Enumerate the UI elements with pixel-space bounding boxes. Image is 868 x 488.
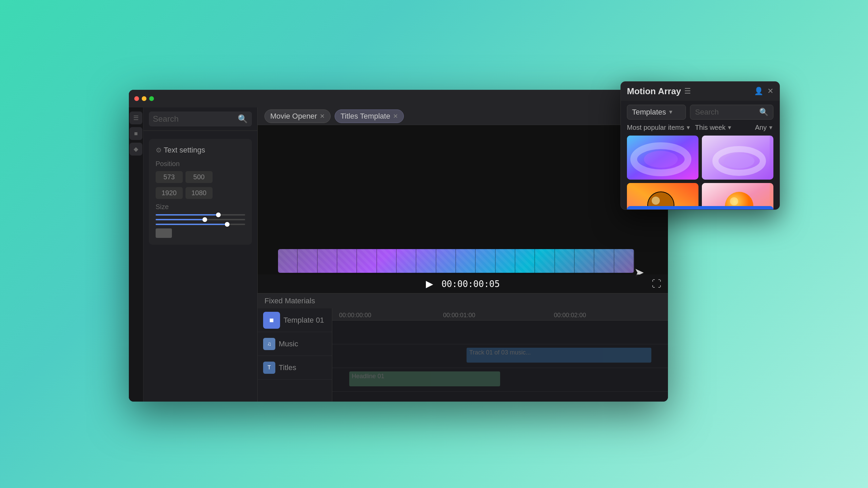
track-item-music[interactable]: ♫ Music (258, 332, 332, 356)
film-cell (436, 249, 456, 273)
film-cell (575, 249, 594, 273)
color-preview[interactable] (156, 228, 172, 238)
time-filter[interactable]: This week ▼ (695, 124, 732, 131)
film-cell (377, 249, 397, 273)
thumbnail-2[interactable] (702, 136, 773, 180)
tab-movie-opener-close[interactable]: ✕ (320, 113, 325, 120)
left-sidebar: Search 🔍 ⚙ Text settings Position 573 (143, 107, 258, 402)
thumbnail-1[interactable] (627, 136, 698, 180)
timeline-tracks-list: ■ Template 01 ♫ Music T Titles (258, 308, 332, 402)
thumbnails-grid: CHANG CHAN (621, 136, 780, 210)
slider-track-3[interactable] (156, 224, 245, 225)
film-cell (278, 249, 298, 273)
search-filter-icon: 🔍 (759, 108, 768, 117)
slider-track-1[interactable] (156, 214, 245, 216)
traffic-light-green[interactable] (149, 96, 154, 101)
traffic-light-yellow[interactable] (142, 96, 146, 101)
time-chevron: ▼ (727, 125, 732, 131)
panel-close-button[interactable]: ✕ (767, 87, 773, 96)
ruler-mark-2: 00:00:02:00 (554, 312, 586, 319)
timeline-label: Fixed Materials (264, 297, 315, 305)
panel-user-icon[interactable]: 👤 (754, 87, 763, 96)
title-clip[interactable]: Headline 01 (349, 371, 500, 386)
traffic-light-red[interactable] (134, 96, 139, 101)
film-cell (614, 249, 634, 273)
track-lane-template[interactable] (332, 321, 668, 344)
popularity-label: Most popular items (627, 124, 684, 131)
panel-actions: 👤 ✕ (754, 87, 773, 96)
music-clip[interactable]: Track 01 of 03 music... (467, 348, 651, 363)
thumb-2-content (702, 136, 773, 180)
film-cell (416, 249, 436, 273)
sidebar-search-area: Search 🔍 (143, 107, 257, 131)
sidebar-icon-2[interactable]: ■ (130, 127, 142, 140)
sidebar-icon-3[interactable]: ◆ (130, 143, 142, 156)
search-text: Search (153, 114, 179, 124)
any-chevron: ▼ (768, 125, 773, 131)
editor-window: ☰ ■ ◆ Search 🔍 ⚙ Text settings (129, 90, 668, 402)
timeline-content: Track 01 of 03 music... Headline 01 (332, 321, 668, 402)
h-input[interactable]: 1080 (185, 187, 213, 199)
tab-titles-template[interactable]: Titles Template ✕ (335, 109, 404, 123)
slider-fill-3 (156, 224, 227, 225)
timecode-display: 00:00:00:05 (441, 279, 500, 289)
position-inputs: 573 500 (156, 171, 245, 183)
slider-row-1 (156, 214, 245, 216)
main-content: Movie Opener ✕ Titles Template ✕ (258, 107, 668, 402)
filter-sub-bar: Most popular items ▼ This week ▼ Any ▼ (621, 124, 780, 136)
panel-menu-icon[interactable]: ☰ (684, 87, 691, 96)
panel-filters: Templates ▼ Search 🔍 (621, 101, 780, 124)
slider-fill-1 (156, 214, 218, 216)
tab-titles-template-close[interactable]: ✕ (393, 113, 398, 120)
play-button[interactable]: ▶ (426, 278, 433, 289)
templates-label: Templates (632, 108, 666, 117)
x-input[interactable]: 573 (156, 171, 183, 183)
film-cell (397, 249, 416, 273)
text-settings-panel: ⚙ Text settings Position 573 500 1920 10… (149, 139, 252, 245)
popularity-filter[interactable]: Most popular items ▼ (627, 124, 691, 131)
tab-movie-opener[interactable]: Movie Opener ✕ (264, 109, 331, 123)
search-icon: 🔍 (238, 114, 248, 124)
any-filter[interactable]: Any ▼ (755, 124, 773, 131)
timeline-body: ■ Template 01 ♫ Music T Titles (258, 308, 668, 402)
svg-point-12 (730, 197, 738, 205)
film-cell (337, 249, 357, 273)
search-placeholder: Search (695, 108, 719, 117)
title-clip-text: Headline 01 (349, 371, 500, 381)
settings-content: ⚙ Text settings Position 573 500 1920 10… (143, 131, 257, 402)
track-item-title[interactable]: T Titles (258, 356, 332, 380)
settings-panel-title: ⚙ Text settings (156, 146, 245, 155)
slider-fill-2 (156, 219, 205, 220)
any-label: Any (755, 124, 767, 131)
track-lane-title[interactable]: Headline 01 (332, 368, 668, 392)
slider-thumb-2[interactable] (202, 217, 207, 222)
settings-title-label: Text settings (164, 146, 205, 155)
w-input[interactable]: 1920 (156, 187, 183, 199)
ruler-mark-1: 00:00:01:00 (443, 312, 475, 319)
templates-dropdown[interactable]: Templates ▼ (627, 105, 686, 120)
thumb-1-content (627, 136, 698, 180)
film-cell (318, 249, 337, 273)
track-name-music: Music (279, 340, 298, 348)
timeline-ruler-area: 00:00:00:00 00:00:01:00 00:00:02:00 Trac… (332, 308, 668, 402)
motion-array-panel: Motion Array ☰ 👤 ✕ Templates ▼ Search 🔍 … (620, 81, 780, 210)
tab-movie-opener-label: Movie Opener (270, 112, 317, 121)
fullscreen-button[interactable]: ⛶ (652, 278, 661, 289)
slider-track-2[interactable] (156, 219, 245, 220)
slider-thumb-3[interactable] (225, 222, 230, 227)
track-lane-music[interactable]: Track 01 of 03 music... (332, 344, 668, 368)
timeline-header: Fixed Materials (258, 293, 668, 308)
film-cell (298, 249, 317, 273)
search-field[interactable]: Search 🔍 (690, 105, 773, 120)
sidebar-icon-1[interactable]: ☰ (130, 111, 142, 124)
track-item-template[interactable]: ■ Template 01 (258, 308, 332, 332)
video-preview: ➤ ▶ 00:00:00:05 ⛶ (258, 125, 668, 293)
film-cell (496, 249, 515, 273)
video-controls: ▶ 00:00:00:05 ⛶ (258, 274, 668, 293)
sidebar-search-box[interactable]: Search 🔍 (149, 111, 252, 126)
svg-point-5 (724, 154, 754, 168)
slider-thumb-1[interactable] (216, 212, 221, 217)
y-input[interactable]: 500 (185, 171, 213, 183)
panel-header: Motion Array ☰ 👤 ✕ (621, 82, 780, 101)
slider-row-2 (156, 219, 245, 220)
